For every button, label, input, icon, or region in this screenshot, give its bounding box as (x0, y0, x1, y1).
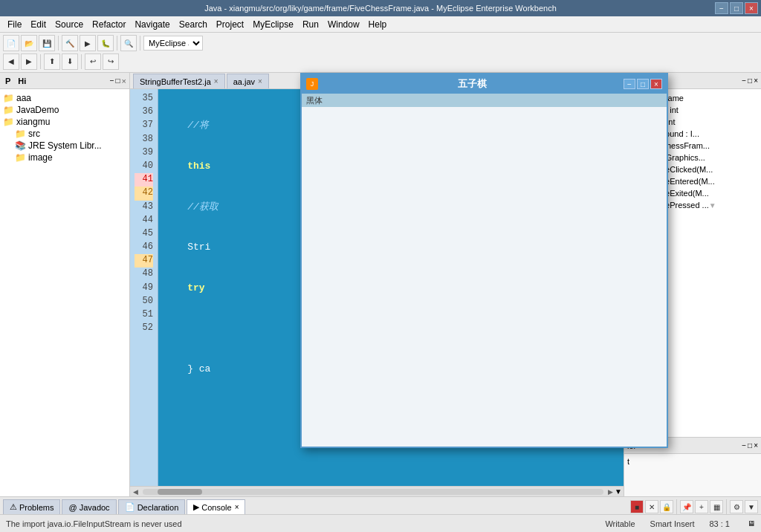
menu-item-myeclipse[interactable]: MyEclipse (248, 18, 298, 31)
tree-item-javademo[interactable]: 📁 JavaDemo (3, 104, 126, 116)
pin-console-button[interactable]: 📌 (680, 500, 693, 513)
tree-item-label: JavaDemo (16, 105, 59, 115)
menu-item-search[interactable]: Search (175, 18, 212, 31)
perspective-selector[interactable]: MyEclipse J... (143, 36, 203, 51)
menu-item-refactor[interactable]: Refactor (88, 18, 130, 31)
console-settings-button[interactable]: ⚙ (730, 500, 743, 513)
panel-minimize-button[interactable]: − (110, 77, 114, 85)
tree-item-jre[interactable]: 📚 JRE System Libr... (3, 140, 126, 152)
maximize-button[interactable]: □ (730, 2, 743, 14)
toolbar-row-1: 📄 📂 💾 🔨 ▶ 🐛 🔍 MyEclipse J... (3, 34, 758, 53)
undo-button[interactable]: ↩ (85, 53, 101, 70)
new-button[interactable]: 📄 (3, 35, 19, 51)
code-line-44: } (164, 484, 618, 486)
tab-close-icon[interactable]: × (258, 77, 262, 85)
menu-item-window[interactable]: Window (323, 18, 364, 31)
hierarchy-tab[interactable]: Hi (16, 76, 28, 86)
outline-second-maximize[interactable]: □ (748, 441, 752, 450)
folder-icon: 📁 (15, 152, 26, 163)
title-bar: Java - xiangmu/src/org/liky/game/frame/F… (0, 0, 761, 16)
scroll-right-button[interactable]: ▶ (606, 488, 615, 496)
tab-javadoc[interactable]: @ Javadoc (62, 499, 116, 514)
stop-button[interactable]: ■ (630, 500, 644, 513)
next-edit-button[interactable]: ⬇ (62, 53, 78, 70)
status-bar-right: Writable Smart Insert 83 : 1 (605, 519, 730, 528)
run-button[interactable]: ▶ (80, 35, 96, 51)
outline-second-minimize[interactable]: − (742, 441, 746, 450)
build-button[interactable]: 🔨 (62, 35, 78, 51)
scroll-lock-button[interactable]: 🔒 (660, 500, 673, 513)
menu-item-file[interactable]: File (3, 18, 26, 31)
tab-problems[interactable]: ⚠ Problems (3, 499, 60, 514)
panel-header-tabs: P Hi (3, 76, 28, 86)
open-console-button[interactable]: ▦ (710, 500, 723, 513)
folder-icon: 📁 (3, 93, 14, 103)
float-maximize-button[interactable]: □ (637, 79, 649, 89)
panel-close-button[interactable]: × (122, 77, 126, 85)
line-num-50: 50 (135, 295, 153, 308)
debug-button[interactable]: 🐛 (97, 35, 114, 51)
new-console-button[interactable]: + (695, 500, 708, 513)
panel-maximize-button[interactable]: □ (116, 77, 120, 85)
tree-item-image[interactable]: 📁 image (3, 152, 126, 163)
status-position: 83 : 1 (709, 519, 730, 528)
problems-icon: ⚠ (10, 502, 17, 512)
tree-item-label: xiangmu (16, 117, 50, 127)
float-minimize-button[interactable]: − (624, 79, 635, 89)
open-button[interactable]: 📂 (21, 35, 37, 51)
tab-label: Console (201, 503, 231, 512)
line-num-36: 36 (135, 106, 153, 119)
package-explorer-tab[interactable]: P (3, 76, 13, 86)
minimize-button[interactable]: − (715, 2, 728, 14)
line-num-40: 40 (135, 160, 153, 173)
line-num-38: 38 (135, 133, 153, 146)
line-num-51: 51 (135, 308, 153, 322)
tab-declaration[interactable]: 📄 Declaration (118, 499, 186, 514)
menu-item-run[interactable]: Run (298, 18, 323, 31)
line-num-46: 46 (135, 241, 153, 254)
menu-item-help[interactable]: Help (364, 18, 392, 31)
console-viewmenu-button[interactable]: ▼ (745, 500, 758, 513)
menu-item-project[interactable]: Project (212, 18, 248, 31)
tab-stringbuffertest2[interactable]: StringBufferTest2.ja × (133, 74, 225, 88)
save-button[interactable]: 💾 (39, 35, 55, 51)
line-numbers: 35 36 37 38 39 40 41 42 43 44 45 46 47 4… (130, 89, 158, 486)
float-close-button[interactable]: × (650, 79, 662, 89)
clear-console-button[interactable]: ✕ (645, 500, 658, 513)
tree-item-xiangmu[interactable]: 📁 xiangmu (3, 116, 126, 128)
prev-edit-button[interactable]: ⬆ (44, 53, 60, 70)
close-button[interactable]: × (745, 2, 758, 14)
menu-item-edit[interactable]: Edit (26, 18, 51, 31)
back-button[interactable]: ◀ (3, 53, 19, 70)
tree-item-src[interactable]: 📁 src (3, 128, 126, 140)
right-panel-maximize[interactable]: □ (748, 77, 752, 85)
outline-second-close[interactable]: × (754, 441, 758, 450)
right-panel-close[interactable]: × (754, 77, 758, 85)
forward-button[interactable]: ▶ (21, 53, 37, 70)
panel-header-controls: − □ × (110, 77, 126, 85)
search-button[interactable]: 🔍 (120, 35, 137, 51)
line-num-45: 45 (135, 227, 153, 241)
scroll-left-button[interactable]: ◀ (132, 488, 140, 496)
outline-second-content: t (624, 454, 761, 469)
menu-item-source[interactable]: Source (51, 18, 88, 31)
menu-item-navigate[interactable]: Navigate (130, 18, 174, 31)
tree-item-aaa[interactable]: 📁 aaa (3, 92, 126, 104)
tab-label: Declaration (137, 503, 179, 512)
tab-console[interactable]: ▶ Console × (187, 499, 245, 514)
right-panel-minimize[interactable]: − (742, 77, 746, 85)
line-num-44: 44 (135, 214, 153, 227)
editor-hscroll[interactable]: ◀ ▶ ▼ (130, 486, 624, 496)
library-icon: 📚 (15, 140, 26, 151)
status-bar: The import java.io.FileInputStream is ne… (0, 514, 761, 532)
float-titlebar[interactable]: J 五子棋 − □ × (302, 74, 667, 94)
tab-close-icon[interactable]: × (235, 503, 239, 511)
tab-close-icon[interactable]: × (214, 77, 218, 85)
line-num-48: 48 (135, 267, 153, 281)
line-num-39: 39 (135, 146, 153, 160)
float-subtitle: 黑体 (302, 94, 667, 107)
scroll-thumb[interactable] (158, 489, 202, 495)
tab-aa[interactable]: aa.jav × (227, 74, 269, 88)
scroll-end-button[interactable]: ▼ (615, 487, 622, 496)
redo-button[interactable]: ↪ (103, 53, 119, 70)
